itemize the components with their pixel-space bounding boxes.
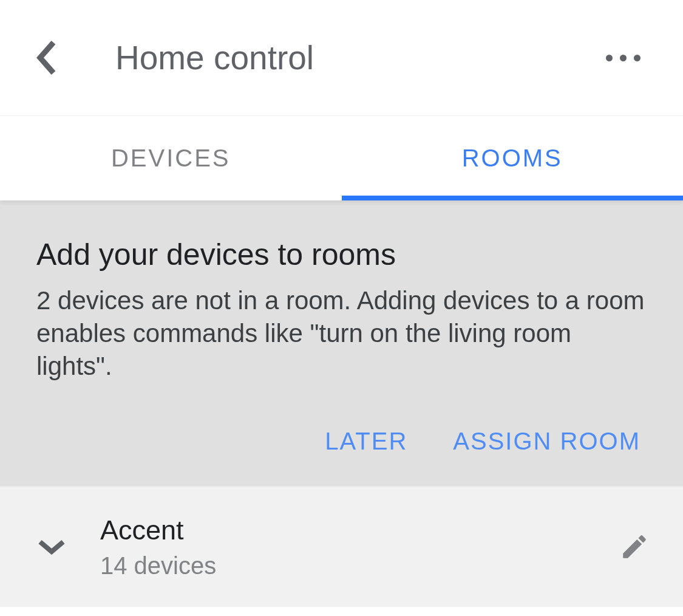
dot-icon <box>606 55 613 61</box>
prompt-actions: LATER ASSIGN ROOM <box>36 428 647 455</box>
tabs: DEVICES ROOMS <box>0 115 683 200</box>
room-device-count: 14 devices <box>100 552 616 580</box>
chevron-left-icon <box>35 40 56 75</box>
chevron-down-icon <box>38 538 66 555</box>
expand-toggle[interactable] <box>36 532 67 562</box>
pencil-icon <box>619 532 650 562</box>
room-info: Accent 14 devices <box>100 515 616 580</box>
room-item[interactable]: Accent 14 devices <box>0 485 683 607</box>
dot-icon <box>634 55 641 61</box>
more-button[interactable] <box>594 43 653 74</box>
assign-room-button[interactable]: ASSIGN ROOM <box>453 428 641 455</box>
prompt-title: Add your devices to rooms <box>36 237 647 272</box>
later-button[interactable]: LATER <box>325 428 407 455</box>
tab-rooms[interactable]: ROOMS <box>342 116 684 200</box>
assign-rooms-prompt: Add your devices to rooms 2 devices are … <box>0 200 683 485</box>
tab-devices[interactable]: DEVICES <box>0 116 342 200</box>
dot-icon <box>620 55 627 61</box>
room-list: Accent 14 devices <box>0 485 683 607</box>
header: Home control <box>0 0 683 115</box>
prompt-description: 2 devices are not in a room. Adding devi… <box>36 284 647 382</box>
edit-room-button[interactable] <box>616 529 653 565</box>
room-name: Accent <box>100 515 616 546</box>
back-button[interactable] <box>30 43 61 73</box>
page-title: Home control <box>115 38 594 77</box>
